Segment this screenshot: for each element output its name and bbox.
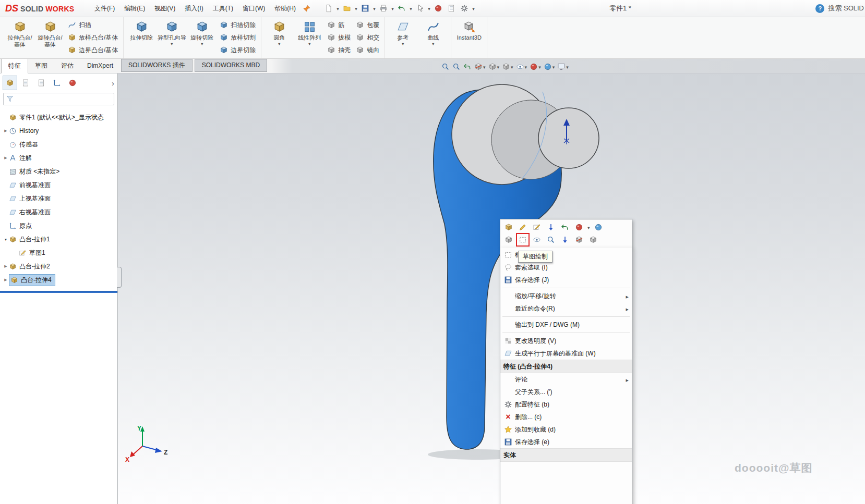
edit-appearance-button[interactable] (529, 62, 542, 71)
view-orientation-button[interactable] (488, 62, 500, 71)
model-scene[interactable]: Y Z X (118, 73, 865, 504)
undo-button[interactable] (395, 2, 408, 15)
configurationmanager-tab[interactable] (34, 76, 49, 90)
tree-item-sensors[interactable]: 传感器 (0, 138, 117, 151)
section-view-button[interactable] (474, 62, 486, 71)
wrap-button[interactable]: 包覆 (356, 20, 379, 30)
shell-button[interactable]: 抽壳 (327, 45, 351, 55)
model-boss-small[interactable] (538, 108, 599, 168)
menu-item-delete[interactable]: 删除... (c) (500, 411, 632, 423)
help-icon[interactable]: ? (815, 4, 824, 13)
chevron-down-icon[interactable] (552, 63, 555, 70)
parent-feature-button[interactable] (503, 234, 514, 245)
revolved-boss-button[interactable]: 旋转凸台/基体 (35, 18, 65, 58)
chevron-down-icon[interactable] (566, 63, 569, 70)
search-area[interactable]: ? 搜索 SOLID (815, 0, 865, 17)
draft-button[interactable]: 拔模 (327, 32, 351, 43)
chevron-down-icon[interactable] (409, 5, 413, 12)
tab-sketch[interactable]: 草图 (28, 59, 54, 73)
expander-icon[interactable] (3, 278, 9, 282)
menu-item-recent-commands[interactable]: 最近的命令(R) (500, 302, 632, 315)
reference-geometry-button[interactable]: 参考 (388, 18, 418, 58)
tree-item-boss-extrude1[interactable]: 凸台-拉伸1 (0, 232, 117, 246)
tree-item-history[interactable]: History (0, 124, 117, 138)
chevron-down-icon[interactable] (538, 63, 541, 70)
edit-feature-button[interactable] (503, 222, 514, 233)
boundary-cut-button[interactable]: 边界切除 (220, 45, 256, 55)
menu-help[interactable]: 帮助(H) (270, 0, 301, 17)
chevron-down-icon[interactable] (525, 63, 527, 70)
menu-item-parent-child[interactable]: 父子关系... (') (500, 386, 632, 398)
menu-tools[interactable]: 工具(T) (208, 0, 238, 17)
menu-item-comment[interactable]: 评论 (500, 373, 632, 386)
menu-item-export-dxf-dwg[interactable]: 输出到 DXF / DWG (M) (500, 318, 632, 331)
tree-filter-input[interactable] (16, 94, 112, 104)
graphics-viewport[interactable]: Y Z X (118, 73, 865, 504)
expander-icon[interactable] (3, 156, 9, 160)
chevron-down-icon[interactable] (354, 5, 358, 12)
tree-item-material[interactable]: 材质 <未指定> (0, 165, 117, 178)
chevron-down-icon[interactable] (587, 224, 590, 231)
chevron-down-icon[interactable] (483, 63, 486, 70)
expander-icon[interactable] (3, 129, 9, 133)
normal-to-button[interactable] (559, 234, 571, 245)
tab-solidworks-addins[interactable]: SOLIDWORKS 插件 (121, 59, 193, 72)
swept-boss-button[interactable]: 扫描 (68, 20, 118, 30)
propertymanager-tab[interactable] (18, 76, 33, 90)
tree-item-annotations[interactable]: 注解 (0, 151, 117, 165)
pin-icon[interactable] (303, 4, 311, 13)
tab-solidworks-mbd[interactable]: SOLIDWORKS MBD (195, 59, 267, 72)
mirror-button[interactable]: 镜向 (356, 45, 379, 55)
tab-dimxpert[interactable]: DimXpert (80, 59, 120, 73)
apply-scene-button[interactable] (543, 62, 556, 71)
rib-button[interactable]: 筋 (327, 20, 351, 30)
chevron-down-icon[interactable] (427, 5, 431, 12)
menu-window[interactable]: 窗口(W) (238, 0, 270, 17)
menu-item-configure-feature[interactable]: 配置特征 (b) (500, 398, 632, 411)
rollback-button[interactable] (559, 222, 571, 233)
extruded-boss-button[interactable]: 拉伸凸台/基体 (5, 18, 35, 58)
rebuild-button[interactable] (432, 2, 444, 15)
appearances-button[interactable] (573, 222, 585, 233)
hide-show-items-button[interactable] (515, 62, 528, 71)
menu-item-zoom-pan-rotate[interactable]: 缩放/平移/旋转 (500, 290, 632, 302)
tree-item-part[interactable]: 零件1 (默认<<默认>_显示状态 (0, 110, 117, 124)
expander-icon[interactable] (3, 264, 9, 268)
swept-cut-button[interactable]: 扫描切除 (220, 20, 256, 30)
menu-item-save-selection-top[interactable]: 保存选择 (J) (500, 274, 632, 286)
tab-features[interactable]: 特征 (1, 58, 28, 73)
lofted-boss-button[interactable]: 放样凸台/基体 (68, 32, 118, 43)
extruded-cut-button[interactable]: 拉伸切除 (126, 18, 157, 58)
save-button[interactable] (359, 2, 371, 15)
lofted-cut-button[interactable]: 放样切割 (220, 32, 256, 43)
menu-item-lasso-select[interactable]: 套索选取 (I) (500, 261, 632, 274)
instant3d-button[interactable]: Instant3D (454, 18, 484, 58)
tree-item-right-plane[interactable]: 右视基准面 (0, 205, 117, 219)
zoom-to-selection-button[interactable] (545, 234, 557, 245)
sketch-draw-button[interactable] (517, 234, 528, 245)
menu-view[interactable]: 视图(V) (150, 0, 180, 17)
zoom-fit-button[interactable] (441, 62, 450, 71)
fillet-button[interactable]: 圆角 (264, 18, 294, 58)
rollback-bar[interactable] (0, 291, 117, 293)
chevron-down-icon[interactable] (471, 5, 476, 12)
hide-button[interactable] (531, 234, 543, 245)
menu-item-add-to-favorites[interactable]: 添加到收藏 (d) (500, 423, 632, 436)
chevron-down-icon[interactable] (497, 63, 500, 70)
tree-item-sketch1[interactable]: 草图1 (0, 246, 117, 260)
tree-item-top-plane[interactable]: 上视基准面 (0, 192, 117, 205)
tree-item-origin[interactable]: 原点 (0, 219, 117, 232)
open-button[interactable] (341, 2, 353, 15)
chevron-down-icon[interactable] (511, 63, 513, 70)
featuremanager-tab[interactable] (3, 76, 17, 90)
hole-wizard-button[interactable]: 异型孔向导 (157, 18, 187, 58)
chevron-down-icon[interactable] (335, 5, 340, 12)
zoom-area-button[interactable] (452, 62, 461, 71)
menu-item-plane-parallel-screen[interactable]: 生成平行于屏幕的基准面 (W) (500, 347, 632, 360)
isometric-button[interactable] (587, 234, 599, 245)
expander-icon[interactable] (3, 238, 9, 241)
tree-item-front-plane[interactable]: 前视基准面 (0, 178, 117, 192)
chevron-down-icon[interactable] (372, 5, 377, 12)
previous-view-button[interactable] (463, 62, 472, 71)
new-document-button[interactable] (322, 2, 335, 15)
